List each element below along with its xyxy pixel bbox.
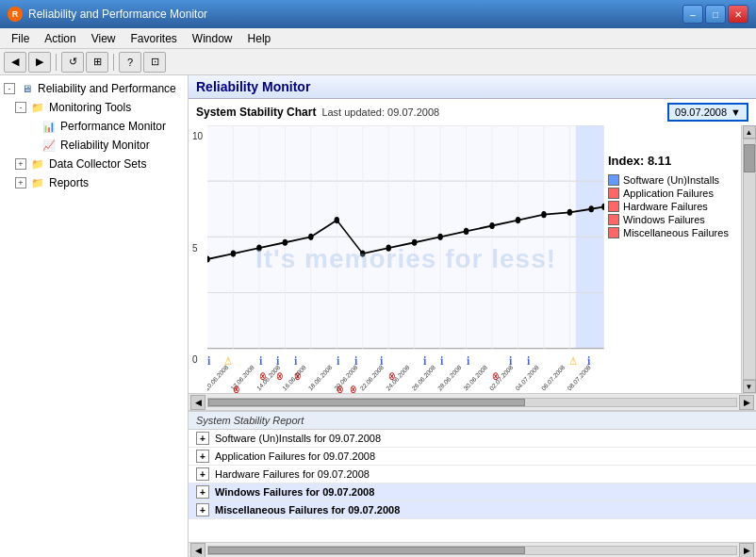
date-dropdown-icon[interactable]: ▼ bbox=[731, 106, 741, 118]
svg-text:04.07.2008: 04.07.2008 bbox=[514, 364, 540, 392]
menu-bar: File Action View Favorites Window Help bbox=[0, 28, 756, 49]
sidebar-label-performance-monitor: Performance Monitor bbox=[60, 120, 166, 133]
sidebar-label-reliability-monitor: Reliability Monitor bbox=[60, 139, 150, 152]
svg-point-36 bbox=[567, 209, 572, 216]
svg-text:02.07.2008: 02.07.2008 bbox=[488, 364, 515, 392]
svg-text:22.06.2008: 22.06.2008 bbox=[359, 364, 386, 392]
refresh-button[interactable]: ↺ bbox=[61, 52, 84, 73]
expand-report-3[interactable]: + bbox=[196, 485, 209, 499]
help-button[interactable]: ? bbox=[119, 52, 141, 73]
menu-window[interactable]: Window bbox=[185, 30, 240, 47]
expand-report-2[interactable]: + bbox=[196, 467, 209, 481]
scroll-right-button[interactable]: ▶ bbox=[739, 395, 754, 410]
sidebar-item-reliability-monitor[interactable]: 📈 Reliability Monitor bbox=[0, 136, 188, 155]
close-button[interactable]: ✕ bbox=[728, 5, 748, 24]
svg-text:08.07.2008: 08.07.2008 bbox=[566, 364, 592, 392]
bottom-scroll-thumb[interactable] bbox=[208, 547, 525, 554]
svg-text:12.06.2008: 12.06.2008 bbox=[229, 364, 255, 392]
legend-color-windows bbox=[608, 214, 619, 225]
expand-report-1[interactable]: + bbox=[196, 450, 209, 463]
minimize-button[interactable]: – bbox=[682, 5, 703, 24]
expand-report-0[interactable]: + bbox=[196, 432, 209, 445]
toolbar-separator-2 bbox=[113, 54, 114, 71]
icon-folder-reports: 📁 bbox=[30, 175, 45, 190]
restore-button[interactable]: □ bbox=[705, 5, 726, 24]
sidebar-label-reliability-performance: Reliability and Performance bbox=[38, 82, 176, 95]
legend-item-app: Application Failures bbox=[608, 187, 737, 200]
report-item-3[interactable]: + Windows Failures for 09.07.2008 bbox=[189, 483, 756, 501]
date-value: 09.07.2008 bbox=[675, 106, 727, 118]
chart-scroll-thumb[interactable] bbox=[208, 399, 525, 406]
properties-button[interactable]: ⊡ bbox=[143, 52, 166, 73]
report-item-2[interactable]: + Hardware Failures for 09.07.2008 bbox=[189, 466, 756, 483]
chart-subtitle: Last updated: 09.07.2008 bbox=[321, 106, 439, 118]
bottom-scroll-left[interactable]: ◀ bbox=[190, 543, 205, 558]
bottom-scroll-track[interactable] bbox=[207, 546, 737, 555]
scroll-down-button[interactable]: ▼ bbox=[743, 380, 756, 393]
report-section: System Stability Report + Software (Un)I… bbox=[189, 411, 756, 557]
scroll-thumb[interactable] bbox=[744, 144, 755, 172]
legend-item-misc: Miscellaneous Failures bbox=[608, 226, 737, 239]
svg-text:16.06.2008: 16.06.2008 bbox=[281, 364, 307, 392]
svg-point-34 bbox=[516, 217, 520, 223]
show-hide-button[interactable]: ⊞ bbox=[86, 52, 108, 73]
sidebar-item-reliability-performance[interactable]: - 🖥 Reliability and Performance bbox=[0, 79, 188, 98]
sidebar: - 🖥 Reliability and Performance - 📁 Moni… bbox=[0, 75, 189, 557]
svg-point-27 bbox=[335, 217, 339, 223]
date-selector[interactable]: 09.07.2008 ▼ bbox=[667, 103, 748, 122]
svg-point-26 bbox=[308, 234, 313, 240]
forward-button[interactable]: ▶ bbox=[28, 52, 51, 73]
title-bar: R Reliability and Performance Monitor – … bbox=[0, 0, 756, 28]
bottom-scroll-right[interactable]: ▶ bbox=[739, 543, 754, 558]
svg-point-29 bbox=[386, 245, 390, 252]
sidebar-item-performance-monitor[interactable]: 📊 Performance Monitor bbox=[0, 117, 188, 136]
scroll-track[interactable] bbox=[743, 139, 756, 380]
svg-point-23 bbox=[231, 251, 236, 257]
expand-report-4[interactable]: + bbox=[196, 503, 209, 516]
menu-file[interactable]: File bbox=[4, 30, 37, 47]
chart-section: System Stability Chart Last updated: 09.… bbox=[189, 99, 756, 411]
menu-view[interactable]: View bbox=[84, 30, 123, 47]
title-bar-title: Reliability and Performance Monitor bbox=[28, 8, 682, 21]
svg-point-31 bbox=[437, 234, 442, 240]
expand-monitoring-tools[interactable]: - bbox=[15, 102, 26, 113]
svg-point-35 bbox=[541, 211, 546, 218]
sidebar-item-monitoring-tools[interactable]: - 📁 Monitoring Tools bbox=[0, 98, 188, 117]
svg-point-28 bbox=[360, 251, 365, 257]
chart-scroll-track[interactable] bbox=[207, 398, 737, 407]
chart-title: System Stability Chart bbox=[196, 106, 316, 119]
report-item-4[interactable]: + Miscellaneous Failures for 09.07.2008 bbox=[189, 501, 756, 519]
right-scrollbar[interactable]: ▲ ▼ bbox=[741, 125, 756, 393]
menu-action[interactable]: Action bbox=[37, 30, 83, 47]
svg-point-24 bbox=[256, 245, 261, 252]
expand-reliability-performance[interactable]: - bbox=[4, 83, 15, 94]
icon-chart-perf: 📊 bbox=[41, 119, 57, 134]
report-label-0: Software (Un)Installs for 09.07.2008 bbox=[215, 433, 381, 444]
legend-item-windows: Windows Failures bbox=[608, 213, 737, 226]
y-label-0: 0 bbox=[192, 354, 207, 365]
menu-help[interactable]: Help bbox=[240, 30, 279, 47]
sidebar-item-data-collector-sets[interactable]: + 📁 Data Collector Sets bbox=[0, 155, 188, 173]
sidebar-item-reports[interactable]: + 📁 Reports bbox=[0, 173, 188, 192]
svg-point-30 bbox=[412, 239, 417, 246]
svg-text:28.06.2008: 28.06.2008 bbox=[436, 364, 463, 392]
expand-reports[interactable]: + bbox=[15, 177, 26, 188]
svg-text:26.06.2008: 26.06.2008 bbox=[411, 364, 437, 392]
icon-chart-reliability: 📈 bbox=[41, 138, 57, 153]
report-item-0[interactable]: + Software (Un)Installs for 09.07.2008 bbox=[189, 430, 756, 448]
legend-item-software: Software (Un)Installs bbox=[608, 173, 737, 187]
back-button[interactable]: ◀ bbox=[4, 52, 26, 73]
chart-scrollbar[interactable]: ◀ ▶ bbox=[189, 393, 756, 410]
x-axis-labels: 10.06.2008 12.06.2008 14.06.2008 16.06.2… bbox=[207, 346, 604, 393]
scroll-up-button[interactable]: ▲ bbox=[743, 125, 756, 139]
scroll-left-button[interactable]: ◀ bbox=[190, 395, 205, 410]
report-label-3: Windows Failures for 09.07.2008 bbox=[215, 486, 374, 498]
menu-favorites[interactable]: Favorites bbox=[123, 30, 185, 47]
bottom-scrollbar[interactable]: ◀ ▶ bbox=[189, 542, 756, 557]
sidebar-label-monitoring-tools: Monitoring Tools bbox=[49, 101, 131, 114]
report-item-1[interactable]: + Application Failures for 09.07.2008 bbox=[189, 448, 756, 466]
content-area: Reliability Monitor System Stability Cha… bbox=[189, 75, 756, 557]
content-header: Reliability Monitor bbox=[189, 75, 756, 99]
expand-data-collector[interactable]: + bbox=[15, 158, 26, 170]
sidebar-label-data-collector-sets: Data Collector Sets bbox=[49, 157, 146, 171]
